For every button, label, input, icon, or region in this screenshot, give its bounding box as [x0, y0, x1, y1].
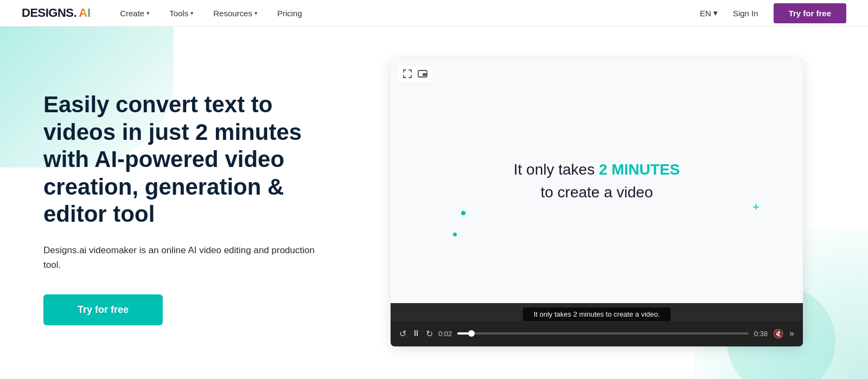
teal-dot-1 — [461, 211, 465, 215]
video-caption: It only takes 2 MINUTES to create a vide… — [514, 158, 680, 204]
video-main-text-area: It only takes 2 MINUTES to create a vide… — [391, 59, 803, 303]
sign-in-label: Sign In — [733, 9, 758, 18]
hero-description: Designs.ai videomaker is an online AI vi… — [43, 243, 315, 272]
replay-fwd-icon[interactable]: ↻ — [426, 329, 433, 339]
hero-right: for(let i=0;i<40;i++) document.currentSc… — [336, 27, 868, 379]
try-free-nav-button[interactable]: Try for free — [774, 3, 846, 23]
nav-resources-label: Resources — [213, 9, 252, 18]
pip-icon[interactable] — [417, 68, 429, 80]
video-player: for(let i=0;i<40;i++) document.currentSc… — [391, 59, 803, 346]
chevron-down-icon: ▾ — [146, 10, 150, 17]
nav-right: EN ▾ Sign In Try for free — [700, 3, 846, 23]
logo-ai: AI — [79, 6, 91, 20]
hero-left: Easily convert text to videos in just 2 … — [0, 27, 336, 379]
video-controls-bar: It only takes 2 minutes to create a vide… — [391, 303, 803, 346]
replay-back-icon[interactable]: ↺ — [399, 329, 406, 339]
nav-tools-label: Tools — [169, 9, 188, 18]
progress-bar[interactable] — [457, 332, 748, 335]
video-caption-prefix: It only takes — [514, 161, 599, 178]
nav-item-resources[interactable]: Resources ▾ — [206, 5, 265, 21]
video-controls-bottom: ↺ ⏸ ↻ 0:02 0:38 🔇 » — [391, 321, 803, 346]
nav-pricing-label: Pricing — [277, 9, 302, 18]
logo[interactable]: DESIGNS.AI — [22, 6, 91, 20]
logo-text: DESIGNS. — [22, 6, 76, 20]
expand-icon[interactable] — [401, 68, 413, 80]
chevron-down-icon: ▾ — [190, 10, 194, 17]
hero-title: Easily convert text to videos in just 2 … — [43, 91, 315, 228]
nav-create-label: Create — [120, 9, 144, 18]
video-caption-suffix: to create a video — [540, 184, 653, 201]
try-free-hero-button[interactable]: Try for free — [43, 294, 163, 325]
video-subtitle: It only takes 2 minutes to create a vide… — [523, 307, 671, 321]
progress-thumb — [468, 330, 475, 337]
video-caption-highlight: 2 MINUTES — [599, 161, 680, 178]
navbar: DESIGNS.AI Create ▾ Tools ▾ Resources ▾ … — [0, 0, 868, 27]
time-total: 0:38 — [754, 330, 768, 338]
teal-dot-2 — [453, 233, 457, 236]
progress-fill — [457, 332, 472, 335]
video-top-controls — [397, 66, 433, 82]
nav-item-create[interactable]: Create ▾ — [112, 5, 157, 21]
lang-label: EN — [700, 9, 711, 18]
nav-links: Create ▾ Tools ▾ Resources ▾ Pricing — [112, 5, 700, 21]
nav-item-pricing[interactable]: Pricing — [270, 5, 310, 21]
svg-rect-1 — [423, 73, 426, 76]
main-content: Easily convert text to videos in just 2 … — [0, 27, 868, 379]
mute-icon[interactable]: 🔇 — [773, 329, 784, 339]
chevron-down-icon: ▾ — [713, 8, 718, 18]
plus-decoration: + — [752, 200, 760, 214]
time-current: 0:02 — [438, 330, 452, 338]
sign-in-button[interactable]: Sign In — [726, 5, 765, 21]
language-selector[interactable]: EN ▾ — [700, 8, 718, 18]
nav-item-tools[interactable]: Tools ▾ — [162, 5, 201, 21]
skip-forward-icon[interactable]: » — [789, 329, 794, 338]
pause-button[interactable]: ⏸ — [412, 329, 420, 338]
chevron-down-icon: ▾ — [254, 10, 258, 17]
